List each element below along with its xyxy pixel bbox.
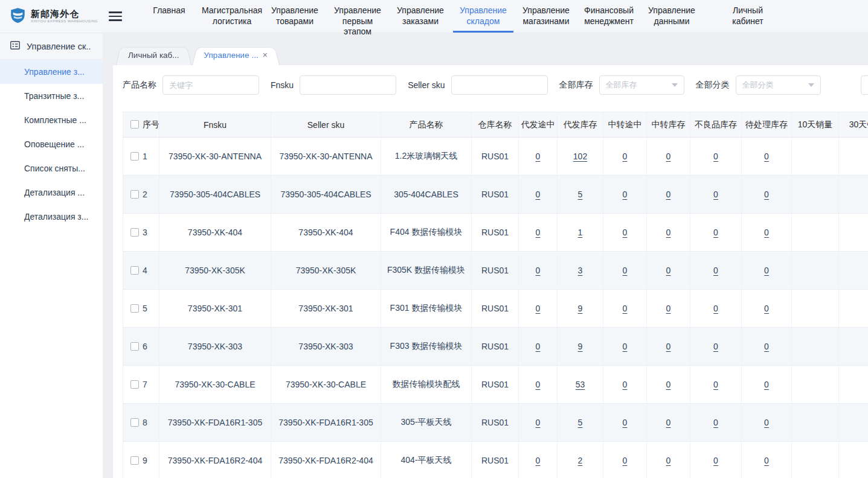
stock-link[interactable]: 0	[623, 456, 628, 465]
stock-link[interactable]: 2	[578, 456, 583, 465]
nav-item[interactable]: Магистральная логистика	[202, 0, 262, 33]
stock-link[interactable]: 0	[713, 380, 718, 389]
stock-link[interactable]: 1	[578, 228, 583, 237]
stock-link[interactable]: 0	[764, 418, 769, 427]
stock-link[interactable]: 0	[764, 228, 769, 237]
stock-link[interactable]: 0	[764, 190, 769, 199]
cell-defective_stock: 0	[690, 252, 742, 290]
stock-link[interactable]: 0	[536, 304, 541, 313]
stock-link[interactable]: 0	[623, 304, 628, 313]
stock-link[interactable]: 0	[623, 418, 628, 427]
product-name-input[interactable]	[162, 75, 259, 95]
sidebar-item[interactable]: Детализация ...	[0, 180, 103, 205]
stock-link[interactable]: 0	[713, 342, 718, 351]
sidebar-item[interactable]: Детализация з...	[0, 205, 103, 229]
row-checkbox[interactable]	[130, 266, 139, 275]
sidebar-item[interactable]: Комплектные ...	[0, 108, 103, 132]
stock-link[interactable]: 0	[623, 151, 628, 161]
stock-link[interactable]: 3	[578, 266, 583, 275]
sidebar-item[interactable]: Управление з...	[0, 60, 103, 84]
row-checkbox[interactable]	[130, 342, 139, 351]
filter-input-partial[interactable]	[861, 75, 868, 95]
stock-link[interactable]: 0	[666, 418, 671, 427]
tab-active[interactable]: Управление ...×	[192, 45, 280, 65]
nav-item[interactable]: Финансовый менеджмент	[579, 0, 639, 33]
stock-link[interactable]: 0	[623, 342, 628, 351]
row-checkbox[interactable]	[130, 228, 139, 237]
close-icon[interactable]: ×	[263, 51, 268, 59]
stock-link[interactable]: 0	[536, 266, 541, 275]
row-checkbox[interactable]	[130, 304, 139, 313]
stock-link[interactable]: 0	[666, 228, 671, 237]
stock-link[interactable]: 0	[713, 456, 718, 465]
stock-link[interactable]: 0	[623, 228, 628, 237]
stock-link[interactable]: 0	[764, 380, 769, 389]
stock-link[interactable]: 0	[764, 304, 769, 313]
nav-item[interactable]: Управление заказами	[390, 0, 451, 33]
hamburger-menu-icon[interactable]	[109, 9, 122, 24]
nav-item[interactable]: Управление товарами	[265, 0, 325, 33]
stock-link[interactable]: 0	[666, 190, 671, 199]
stock-link[interactable]: 0	[666, 304, 671, 313]
cell-dropship_in_transit: 0	[519, 404, 558, 442]
cell-sales_30d	[839, 328, 868, 366]
stock-link[interactable]: 0	[536, 418, 541, 427]
stock-link[interactable]: 0	[623, 266, 628, 275]
sidebar-item[interactable]: Оповещение ...	[0, 132, 103, 156]
stock-link[interactable]: 5	[578, 418, 583, 427]
stock-link[interactable]: 9	[578, 342, 583, 351]
stock-link[interactable]: 0	[536, 190, 541, 199]
row-checkbox[interactable]	[130, 456, 139, 465]
stock-link[interactable]: 0	[713, 151, 718, 161]
stock-link[interactable]: 0	[536, 380, 541, 389]
nav-item[interactable]: Главная	[139, 0, 199, 33]
stock-link[interactable]: 53	[576, 380, 585, 389]
nav-item[interactable]: Управление первым этапом	[327, 0, 388, 33]
stock-link[interactable]: 0	[666, 151, 671, 161]
stock-link[interactable]: 0	[536, 342, 541, 351]
stock-link[interactable]: 0	[713, 304, 718, 313]
stock-link[interactable]: 0	[764, 342, 769, 351]
row-checkbox[interactable]	[130, 380, 139, 389]
seller-sku-input[interactable]	[451, 75, 548, 95]
stock-filter-select[interactable]: 全部库存	[599, 75, 684, 95]
stock-link[interactable]: 9	[578, 304, 583, 313]
nav-item[interactable]: Управление складом	[453, 0, 513, 33]
cell-dropship_stock: 9	[558, 290, 603, 328]
sidebar-item[interactable]: Список сняты...	[0, 156, 103, 180]
nav-item[interactable]: Управление магазинами	[516, 0, 576, 33]
sidebar-header[interactable]: Управление ск..	[0, 33, 103, 60]
cell-dropship_in_transit: 0	[519, 442, 558, 478]
row-checkbox[interactable]	[130, 190, 139, 199]
stock-link[interactable]: 0	[764, 266, 769, 275]
stock-link[interactable]: 0	[536, 151, 541, 161]
sidebar-item[interactable]: Транзитные з...	[0, 84, 103, 108]
stock-link[interactable]: 0	[623, 380, 628, 389]
stock-link[interactable]: 0	[764, 456, 769, 465]
row-index: 8	[143, 418, 147, 427]
stock-link[interactable]: 0	[713, 190, 718, 199]
stock-link[interactable]: 0	[666, 380, 671, 389]
tab[interactable]: Личный каб...	[116, 45, 191, 65]
stock-link[interactable]: 0	[666, 342, 671, 351]
select-all-checkbox[interactable]	[130, 120, 139, 129]
stock-link[interactable]: 5	[578, 190, 583, 199]
stock-link[interactable]: 0	[764, 151, 769, 161]
fnsku-input[interactable]	[300, 75, 396, 95]
stock-link[interactable]: 0	[536, 456, 541, 465]
stock-link[interactable]: 0	[666, 456, 671, 465]
category-filter-select[interactable]: 全部分类	[736, 75, 821, 95]
stock-link[interactable]: 0	[713, 228, 718, 237]
row-checkbox[interactable]	[130, 418, 139, 427]
nav-item[interactable]: Личный кабинет	[718, 0, 778, 33]
stock-link[interactable]: 0	[623, 190, 628, 199]
nav-item[interactable]: Управление данными	[641, 0, 702, 33]
row-checkbox[interactable]	[130, 152, 139, 161]
stock-link[interactable]: 0	[536, 228, 541, 237]
stock-link[interactable]: 102	[573, 151, 587, 161]
stock-link[interactable]: 0	[713, 418, 718, 427]
stock-link[interactable]: 0	[713, 266, 718, 275]
cell-seller_sku: 73950-XK-303	[271, 328, 381, 366]
cell-sales_30d	[839, 214, 868, 252]
stock-link[interactable]: 0	[666, 266, 671, 275]
